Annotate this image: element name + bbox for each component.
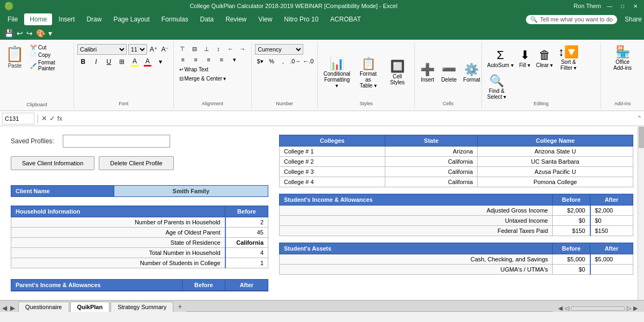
delete-client-button[interactable]: Delete Client Profile <box>99 156 173 170</box>
more-align-button[interactable]: ▾ <box>229 55 240 64</box>
indent-decrease-button[interactable]: ← <box>225 44 236 54</box>
cell-reference-input[interactable] <box>2 113 34 125</box>
share-button[interactable]: Share <box>625 16 642 23</box>
sort-filter-button[interactable]: ↕🔽 Sort &Filter ▾ <box>556 44 581 72</box>
scrollbar-thumb[interactable] <box>639 127 644 148</box>
tab-strategy-summary[interactable]: Strategy Summary <box>111 302 173 312</box>
menu-item-data[interactable]: Data <box>195 13 219 25</box>
tab-questionnaire[interactable]: Questionnaire <box>18 302 69 312</box>
comma-button[interactable]: , <box>278 56 288 66</box>
student-ugma-after[interactable] <box>590 265 633 275</box>
clear-button[interactable]: 🗑 Clear ▾ <box>534 47 555 69</box>
cancel-formula-button[interactable]: ✕ <box>41 114 47 122</box>
align-middle-button[interactable]: ⊟ <box>189 44 200 54</box>
vertical-scrollbar[interactable] <box>638 126 644 300</box>
qat-save-button[interactable]: 💾 <box>4 29 13 38</box>
find-select-button[interactable]: 🔍 Find &Select ▾ <box>485 73 509 101</box>
insert-function-button[interactable]: fx <box>57 115 62 122</box>
household-state-value[interactable]: California <box>225 238 268 248</box>
menu-item-home[interactable]: Home <box>24 13 52 25</box>
scroll-right-button[interactable]: ▷ <box>627 305 631 312</box>
font-color-button[interactable]: A <box>142 56 153 67</box>
text-direction-button[interactable]: ↕ <box>213 44 224 54</box>
household-students-value[interactable]: 1 <box>225 258 268 268</box>
student-cash-after[interactable]: $5,000 <box>590 254 633 265</box>
merge-center-button[interactable]: ⊟ Merge & Center ▾ <box>177 75 248 83</box>
align-center-button[interactable]: ≡ <box>190 55 202 64</box>
accounting-button[interactable]: $▾ <box>255 56 265 66</box>
paste-button[interactable]: 📋 Paste <box>2 43 27 101</box>
font-family-select[interactable]: Calibri <box>77 44 127 55</box>
qat-paint-button[interactable]: 🎨 <box>36 29 45 38</box>
fill-color-button[interactable]: A <box>129 56 141 67</box>
menu-search[interactable]: 🔍 Tell me what you want to do <box>526 15 617 24</box>
align-top-button[interactable]: ⊤ <box>177 44 188 54</box>
format-button[interactable]: ⚙️ Format <box>461 62 482 84</box>
percent-button[interactable]: % <box>267 56 277 66</box>
menu-item-acrobat[interactable]: ACROBAT <box>325 13 366 25</box>
sheet-nav-left[interactable]: ◀ <box>2 304 7 312</box>
formula-input[interactable] <box>64 113 633 125</box>
save-client-button[interactable]: Save Client Information <box>11 156 94 170</box>
student-taxes-before[interactable]: $150 <box>553 226 590 236</box>
minimize-button[interactable]: — <box>605 2 614 10</box>
household-age-value[interactable]: 45 <box>225 228 268 238</box>
bold-button[interactable]: B <box>77 56 89 67</box>
align-bottom-button[interactable]: ⊥ <box>201 44 211 54</box>
menu-item-file[interactable]: File <box>2 13 23 25</box>
copy-button[interactable]: 📄 Copy <box>28 52 70 58</box>
conditional-formatting-button[interactable]: 📊 ConditionalFormatting ▾ <box>321 56 353 90</box>
underline-button[interactable]: U <box>103 56 115 67</box>
font-shrink-button[interactable]: A⁻ <box>160 44 170 55</box>
qat-redo-button[interactable]: ↪ <box>26 29 33 38</box>
add-sheet-button[interactable]: + <box>174 301 185 312</box>
horizontal-scrollbar[interactable] <box>571 306 625 311</box>
nav-right-button[interactable]: ▶ <box>633 305 638 312</box>
font-grow-button[interactable]: A⁺ <box>149 44 158 55</box>
justify-button[interactable]: ≡ <box>216 55 228 64</box>
menu-item-insert[interactable]: Insert <box>53 13 80 25</box>
close-button[interactable]: ✕ <box>631 2 640 10</box>
italic-button[interactable]: I <box>90 56 102 67</box>
household-parents-value[interactable]: 2 <box>225 217 268 228</box>
format-painter-button[interactable]: 🖌️ Format Painter <box>28 59 70 72</box>
indent-increase-button[interactable]: → <box>237 44 248 54</box>
wrap-text-button[interactable]: ↵ Wrap Text <box>177 65 248 74</box>
menu-item-view[interactable]: View <box>253 13 278 25</box>
border-button[interactable]: ⊞ <box>116 56 128 67</box>
align-right-button[interactable]: ≡ <box>203 55 215 64</box>
decrease-decimal-button[interactable]: ←.0 <box>302 56 314 66</box>
student-ugma-before[interactable]: $0 <box>553 265 590 275</box>
increase-decimal-button[interactable]: .0→ <box>289 56 301 66</box>
autosum-button[interactable]: Σ AutoSum ▾ <box>485 47 516 69</box>
menu-item-formulas[interactable]: Formulas <box>156 13 194 25</box>
cell-styles-button[interactable]: 🔲 Cell Styles <box>384 58 411 86</box>
tab-quikplan[interactable]: QuikPlan <box>70 302 110 312</box>
more-font-button[interactable]: ▾ <box>155 56 166 67</box>
cut-button[interactable]: ✂️ Cut <box>28 44 70 51</box>
household-total-value[interactable]: 4 <box>225 248 268 258</box>
insert-button[interactable]: ➕ Insert <box>418 62 437 84</box>
student-gross-before[interactable]: $2,000 <box>553 206 590 216</box>
menu-item-nitro[interactable]: Nitro Pro 10 <box>279 13 324 25</box>
sheet-nav-right[interactable]: ▶ <box>10 304 15 312</box>
menu-item-review[interactable]: Review <box>220 13 252 25</box>
formula-expand-button[interactable]: ⌃ <box>637 115 642 122</box>
student-gross-after[interactable]: $2,000 <box>590 206 633 216</box>
menu-item-draw[interactable]: Draw <box>81 13 107 25</box>
confirm-formula-button[interactable]: ✓ <box>49 114 55 122</box>
student-untaxed-before[interactable]: $0 <box>553 216 590 226</box>
saved-profiles-input[interactable] <box>63 135 170 148</box>
scroll-left-button[interactable]: ◁ <box>565 305 569 312</box>
fill-button[interactable]: ⬇ Fill ▾ <box>517 47 533 69</box>
number-format-select[interactable]: Currency General Number Percentage <box>255 44 303 55</box>
align-left-button[interactable]: ≡ <box>177 55 189 64</box>
student-cash-before[interactable]: $5,000 <box>553 254 590 265</box>
qat-undo-button[interactable]: ↩ <box>17 29 23 38</box>
client-name-value[interactable]: Smith Family <box>114 186 268 197</box>
student-taxes-after[interactable]: $150 <box>590 226 633 236</box>
delete-button[interactable]: ➖ Delete <box>439 62 459 84</box>
maximize-button[interactable]: □ <box>618 2 627 10</box>
font-size-select[interactable]: 11 <box>128 44 147 55</box>
student-untaxed-after[interactable]: $0 <box>590 216 633 226</box>
